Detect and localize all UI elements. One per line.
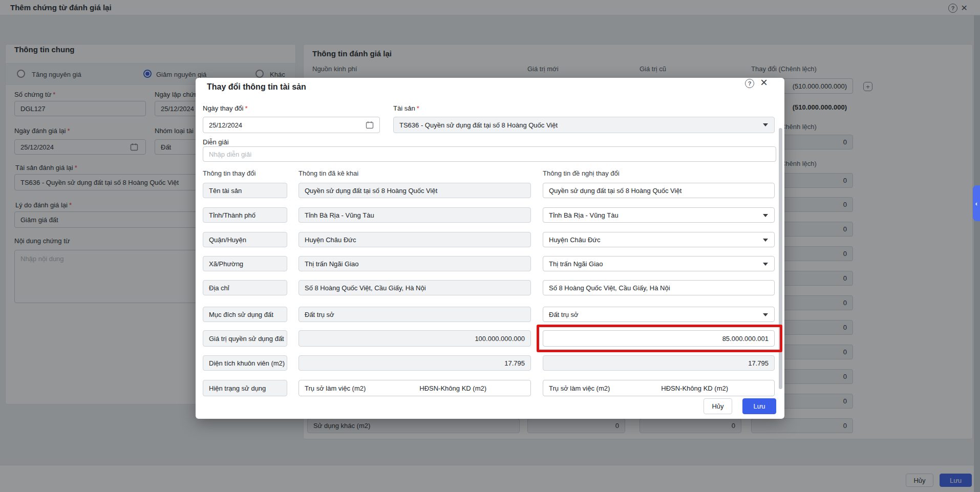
modal-save-button[interactable]: Lưu — [742, 398, 776, 414]
field-label: Tài sản* — [393, 104, 419, 112]
chevron-down-icon — [763, 239, 768, 242]
chevron-down-icon — [763, 263, 768, 266]
declared-value: Huyện Châu Đức — [299, 232, 531, 247]
proposed-value: 17.795 — [543, 355, 775, 371]
row-label-box: Mục đích sử dụng đất — [203, 307, 287, 322]
row-label-box: Giá trị quyền sử dụng đất — [203, 330, 287, 347]
proposed-select[interactable]: Đất trụ sở — [543, 307, 775, 322]
proposed-select[interactable]: Tỉnh Bà Rịa - Vũng Tàu — [543, 207, 775, 223]
row-label-box: Địa chỉ — [203, 280, 287, 295]
proposed-input[interactable]: Số 8 Hoàng Quốc Việt, Cầu Giấy, Hà Nội — [543, 280, 775, 295]
ngay-thay-doi-input[interactable]: 25/12/2024 — [203, 117, 380, 133]
modal-cancel-button[interactable]: Hủy — [704, 398, 732, 414]
proposed-usage-box: Trụ sở làm việc (m2) HĐSN-Không KD (m2) — [543, 380, 775, 396]
modal-title: Thay đổi thông tin tài sản — [207, 82, 306, 92]
modal-help-icon[interactable]: ? — [745, 79, 754, 88]
chevron-down-icon — [763, 214, 768, 217]
proposed-value-input[interactable]: 85.000.000.001 — [543, 330, 775, 347]
declared-value: Quyền sử dụng đất tại số 8 Hoàng Quốc Vi… — [299, 183, 531, 198]
row-label-box: Tỉnh/Thành phố — [203, 207, 287, 223]
field-label: Diễn giải — [203, 138, 229, 146]
chevron-left-icon: ‹ — [975, 200, 977, 207]
declared-usage-box: Trụ sở làm việc (m2) HĐSN-Không KD (m2) — [299, 380, 531, 396]
declared-value: Thị trấn Ngãi Giao — [299, 256, 531, 271]
dien-giai-input[interactable]: Nhập diễn giải — [203, 146, 776, 162]
row-label-box: Hiện trạng sử dụng — [203, 380, 287, 396]
declared-value: 100.000.000.000 — [299, 330, 531, 347]
modal-close-icon[interactable]: × — [760, 78, 768, 87]
calendar-icon[interactable] — [366, 121, 374, 129]
declared-value: Số 8 Hoàng Quốc Việt, Cầu Giấy, Hà Nội — [299, 280, 531, 295]
declared-value: 17.795 — [299, 355, 531, 371]
proposed-select[interactable]: Huyện Châu Đức — [543, 232, 775, 247]
row-label-box: Quận/Huyện — [203, 232, 287, 247]
field-label: Ngày thay đổi* — [203, 104, 248, 112]
declared-value: Đất trụ sở — [299, 307, 531, 322]
row-label-box: Tên tài sản — [203, 183, 287, 198]
chevron-down-icon — [763, 313, 768, 316]
chevron-down-icon — [763, 123, 768, 126]
modal-column-header: Thông tin đề nghị thay đổi — [543, 169, 620, 177]
declared-value: Tỉnh Bà Rịa - Vũng Tàu — [299, 207, 531, 223]
modal-column-header: Thông tin thay đổi — [203, 169, 255, 177]
tai-san-select[interactable]: TS636 - Quyền sử dụng đất tại số 8 Hoàng… — [393, 117, 775, 133]
row-label-box: Xã/Phường — [203, 256, 287, 271]
proposed-select[interactable]: Thị trấn Ngãi Giao — [543, 256, 775, 271]
modal-footer — [196, 396, 784, 418]
collapse-panel-tab[interactable]: ‹ — [973, 185, 980, 221]
proposed-input[interactable]: Quyền sử dụng đất tại số 8 Hoàng Quốc Vi… — [543, 183, 775, 198]
change-asset-modal: Thay đổi thông tin tài sản ? × Ngày thay… — [196, 78, 784, 419]
modal-column-header: Thông tin đã kê khai — [299, 169, 358, 177]
row-label-box: Diện tích khuôn viên (m2) — [203, 355, 287, 371]
